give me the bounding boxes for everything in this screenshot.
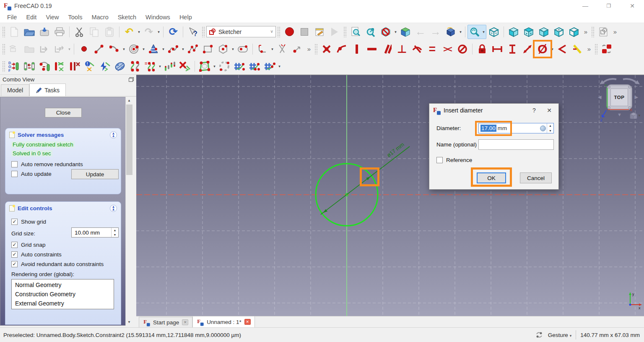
dialog-close-button[interactable]: ✕: [544, 107, 555, 114]
bspline-dropdown[interactable]: ▾: [181, 42, 185, 56]
toolbar-overflow[interactable]: »: [611, 28, 619, 35]
create-rectangle-button[interactable]: [200, 42, 216, 56]
show-bspline-polygon-button[interactable]: [197, 59, 212, 73]
navcube-rotate-arrows[interactable]: [599, 77, 641, 85]
constrain-diameter-dropdown[interactable]: ▾: [550, 42, 555, 56]
link-button[interactable]: [37, 42, 52, 56]
create-line-button[interactable]: [91, 42, 106, 56]
navcube-top-label[interactable]: TOP: [610, 89, 628, 106]
navcube-face[interactable]: TOP: [606, 84, 632, 110]
constrain-snells-law-button[interactable]: [570, 42, 585, 56]
wireframe-view-button[interactable]: [486, 25, 501, 39]
list-item[interactable]: External Geometry: [12, 299, 114, 308]
menu-windows[interactable]: Windows: [141, 12, 175, 22]
auto-constraints-checkbox[interactable]: ✓: [11, 251, 18, 258]
menu-tools[interactable]: Tools: [64, 12, 87, 22]
save-button[interactable]: [37, 25, 52, 39]
close-button[interactable]: ✕: [621, 0, 644, 12]
task-close-button[interactable]: Close: [45, 108, 82, 117]
copy-geometry-dropdown[interactable]: ▾: [158, 59, 162, 73]
expression-editor-icon[interactable]: [540, 125, 546, 131]
draw-style-button[interactable]: [378, 25, 393, 39]
toolbar-grip[interactable]: [595, 44, 598, 55]
undo-button[interactable]: ↶: [122, 25, 137, 39]
float-panel-icon[interactable]: [129, 77, 134, 82]
restore-button[interactable]: ❐: [597, 0, 621, 12]
navcube-down-arrow[interactable]: ▼: [617, 112, 622, 117]
constrain-horizontal-button[interactable]: [364, 42, 379, 56]
copy-geometry-button[interactable]: =: [143, 59, 158, 73]
toolbar-grip[interactable]: [314, 44, 318, 55]
zoom-tool-dropdown[interactable]: ▾: [481, 25, 486, 39]
paste-button[interactable]: [102, 25, 117, 39]
minimize-button[interactable]: —: [574, 0, 597, 12]
draw-style-dropdown[interactable]: ▾: [393, 25, 398, 39]
create-polygon-button[interactable]: [216, 42, 231, 56]
constrain-horizontal-distance-button[interactable]: [490, 42, 505, 56]
trim-button[interactable]: [275, 42, 290, 56]
collapse-section-button[interactable]: ∧∧: [110, 131, 117, 138]
select-elements-button[interactable]: [37, 59, 52, 73]
constrain-equal-button[interactable]: =: [425, 42, 440, 56]
close-tab-icon[interactable]: ✕: [244, 319, 251, 325]
diameter-spinner[interactable]: ▲▼: [547, 123, 553, 133]
nav-back-button[interactable]: ←: [413, 25, 428, 39]
menu-sketch[interactable]: Sketch: [113, 12, 141, 22]
copy-button[interactable]: [87, 25, 102, 39]
bspline-knot-multiplicity-button[interactable]: [247, 59, 262, 73]
grid-size-spinner[interactable]: ▲▼: [111, 228, 118, 237]
cut-button[interactable]: [72, 25, 87, 39]
macro-edit-button[interactable]: [312, 25, 327, 39]
toolbar-grip[interactable]: [2, 44, 5, 55]
cancel-button[interactable]: Cancel: [520, 172, 552, 183]
list-item[interactable]: Construction Geometry: [12, 290, 114, 299]
isometric-view-dropdown[interactable]: ▾: [458, 25, 463, 39]
isometric-view-button[interactable]: [443, 25, 458, 39]
constrain-block-button[interactable]: [455, 42, 470, 56]
whats-this-button[interactable]: ?: [185, 25, 200, 39]
show-grid-checkbox[interactable]: ✓: [11, 219, 18, 225]
clone-button[interactable]: [127, 59, 143, 73]
toolbar-grip[interactable]: [2, 61, 5, 72]
move-geometry-button[interactable]: [162, 59, 177, 73]
bspline-degree-button[interactable]: [232, 59, 247, 73]
create-circle-button[interactable]: [126, 42, 141, 56]
toolbar-grip[interactable]: [343, 26, 347, 37]
dialog-help-button[interactable]: ?: [528, 107, 540, 114]
polygon-dropdown[interactable]: ▾: [231, 42, 235, 56]
create-conic-button[interactable]: [146, 42, 161, 56]
part-structure-button[interactable]: [7, 42, 22, 56]
collapse-section-button[interactable]: ∧∧: [110, 205, 117, 212]
constrain-symmetric-button[interactable]: ><: [440, 42, 455, 56]
tasks-scrollbar[interactable]: ▲ ▼: [125, 97, 132, 326]
menu-help[interactable]: Help: [175, 12, 197, 22]
new-file-button[interactable]: [7, 25, 22, 39]
tab-unnamed-document[interactable]: F Unnamed : 1* ✕: [192, 316, 255, 327]
dimension-text[interactable]: ø17 mm: [386, 141, 405, 159]
name-input[interactable]: [478, 139, 554, 150]
update-button[interactable]: Update: [71, 169, 119, 179]
sketch-viewport[interactable]: ø17 mm TOP ◀ ▶ ▼ ▼ YXZ: [136, 75, 644, 316]
toolbar-grip[interactable]: [202, 26, 205, 37]
extend-button[interactable]: [290, 42, 305, 56]
view-axonometric-button[interactable]: [566, 25, 582, 39]
open-file-button[interactable]: [22, 25, 37, 39]
constrain-perpendicular-button[interactable]: ⊥: [395, 42, 410, 56]
toolbar-overflow[interactable]: »: [305, 45, 313, 52]
view-top-button[interactable]: [521, 25, 536, 39]
constrain-diameter-button[interactable]: Ø: [535, 42, 550, 56]
create-arc-button[interactable]: [106, 42, 122, 56]
nav-forward-button[interactable]: →: [428, 25, 443, 39]
convert-to-bspline-button[interactable]: [217, 59, 232, 73]
avoid-redundant-checkbox[interactable]: ✓: [11, 261, 18, 267]
select-dof-button[interactable]: DOF: [7, 59, 22, 73]
circle-dropdown[interactable]: ▾: [141, 42, 146, 56]
constrain-vertical-distance-button[interactable]: [505, 42, 520, 56]
menu-file[interactable]: File: [3, 12, 21, 22]
scroll-up-arrow[interactable]: ▲: [126, 97, 132, 104]
select-conflicting-button[interactable]: [67, 59, 82, 73]
macro-record-button[interactable]: [282, 25, 297, 39]
delete-all-geometry-button[interactable]: [177, 59, 192, 73]
auto-update-checkbox[interactable]: [11, 171, 18, 177]
dialog-titlebar[interactable]: F Insert diameter ? ✕: [429, 104, 558, 117]
